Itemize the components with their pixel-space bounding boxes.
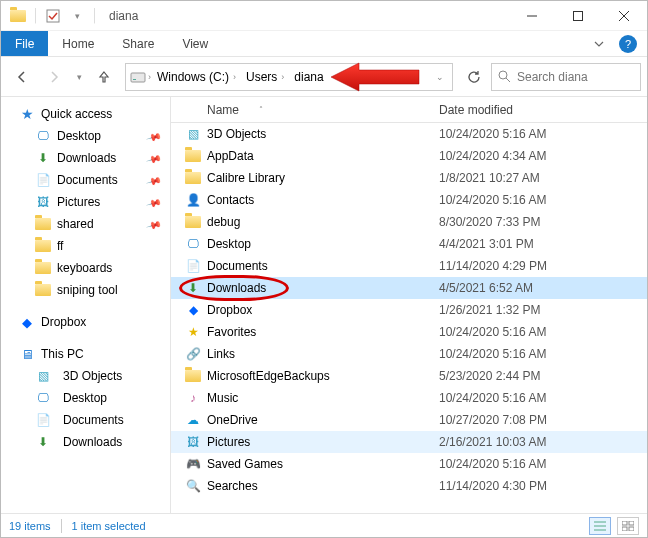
large-icons-view-button[interactable]: [617, 517, 639, 535]
documents-icon: 📄: [185, 258, 201, 274]
searches-icon: 🔍: [185, 478, 201, 494]
file-row[interactable]: ▧3D Objects10/24/2020 5:16 AM: [171, 123, 647, 145]
column-name[interactable]: Name˄: [171, 103, 431, 117]
refresh-button[interactable]: [459, 63, 489, 91]
file-row[interactable]: Calibre Library1/8/2021 10:27 AM: [171, 167, 647, 189]
qat-properties[interactable]: [42, 5, 64, 27]
tab-share[interactable]: Share: [108, 31, 168, 56]
ribbon-expand[interactable]: [583, 31, 615, 56]
file-name: 3D Objects: [207, 127, 266, 141]
svg-rect-2: [574, 11, 583, 20]
sidebar-item[interactable]: shared📌: [1, 213, 170, 235]
file-date: 1/26/2021 1:32 PM: [431, 303, 647, 317]
column-headers: Name˄ Date modified: [171, 97, 647, 123]
file-row[interactable]: ♪Music10/24/2020 5:16 AM: [171, 387, 647, 409]
desktop-icon: 🖵: [185, 236, 201, 252]
file-row[interactable]: ★Favorites10/24/2020 5:16 AM: [171, 321, 647, 343]
file-row[interactable]: ◆Dropbox1/26/2021 1:32 PM: [171, 299, 647, 321]
file-row[interactable]: 🔍Searches11/14/2020 4:30 PM: [171, 475, 647, 497]
pin-icon: 📌: [146, 216, 162, 232]
folder-icon: [185, 172, 201, 184]
file-date: 8/30/2020 7:33 PM: [431, 215, 647, 229]
breadcrumb-segment[interactable]: Users›: [242, 70, 288, 84]
tab-view[interactable]: View: [168, 31, 222, 56]
folder-icon: [35, 240, 51, 252]
pc-icon: 🖥: [19, 346, 35, 362]
quick-access[interactable]: ★ Quick access: [1, 103, 170, 125]
file-date: 5/23/2020 2:44 PM: [431, 369, 647, 383]
file-name: Contacts: [207, 193, 254, 207]
pictures-icon: 🖼: [185, 434, 201, 450]
folder-icon: [185, 216, 201, 228]
file-name: Documents: [207, 259, 268, 273]
file-row[interactable]: 🔗Links10/24/2020 5:16 AM: [171, 343, 647, 365]
pin-icon: 📌: [146, 150, 162, 166]
file-list[interactable]: ▧3D Objects10/24/2020 5:16 AMAppData10/2…: [171, 123, 647, 513]
file-tab[interactable]: File: [1, 31, 48, 56]
back-button[interactable]: [7, 63, 37, 91]
help-button[interactable]: ?: [619, 35, 637, 53]
file-row[interactable]: 🎮Saved Games10/24/2020 5:16 AM: [171, 453, 647, 475]
file-date: 10/24/2020 5:16 AM: [431, 325, 647, 339]
file-row[interactable]: MicrosoftEdgeBackups5/23/2020 2:44 PM: [171, 365, 647, 387]
downloads-icon: ⬇: [35, 434, 51, 450]
svg-rect-15: [622, 527, 627, 531]
file-date: 11/14/2020 4:29 PM: [431, 259, 647, 273]
search-placeholder: Search diana: [517, 70, 588, 84]
close-button[interactable]: [601, 1, 647, 31]
up-button[interactable]: [89, 63, 119, 91]
breadcrumb-segment[interactable]: diana: [290, 70, 327, 84]
tab-home[interactable]: Home: [48, 31, 108, 56]
sidebar-item[interactable]: 🖵Desktop📌: [1, 125, 170, 147]
address-bar[interactable]: › Windows (C:)› Users› diana ⌄: [125, 63, 453, 91]
pin-icon: 📌: [146, 128, 162, 144]
file-row[interactable]: 👤Contacts10/24/2020 5:16 AM: [171, 189, 647, 211]
sidebar-item[interactable]: 📄Documents: [1, 409, 170, 431]
sidebar-item-label: ff: [57, 239, 63, 253]
sidebar-item[interactable]: keyboards: [1, 257, 170, 279]
sidebar-item-label: keyboards: [57, 261, 112, 275]
chevron-right-icon[interactable]: ›: [148, 72, 151, 82]
details-view-button[interactable]: [589, 517, 611, 535]
file-row[interactable]: 📄Documents11/14/2020 4:29 PM: [171, 255, 647, 277]
dropbox[interactable]: ◆ Dropbox: [1, 311, 170, 333]
file-row[interactable]: 🖵Desktop4/4/2021 3:01 PM: [171, 233, 647, 255]
this-pc[interactable]: 🖥 This PC: [1, 343, 170, 365]
sidebar-item[interactable]: ▧3D Objects: [1, 365, 170, 387]
maximize-button[interactable]: [555, 1, 601, 31]
breadcrumb-segment[interactable]: Windows (C:)›: [153, 70, 240, 84]
sidebar-item[interactable]: ff: [1, 235, 170, 257]
sidebar-item[interactable]: 📄Documents📌: [1, 169, 170, 191]
sidebar-item[interactable]: 🖵Desktop: [1, 387, 170, 409]
sidebar-item[interactable]: sniping tool: [1, 279, 170, 301]
3d-objects-icon: ▧: [185, 126, 201, 142]
qat-dropdown[interactable]: ▾: [66, 5, 88, 27]
recent-locations[interactable]: ▾: [71, 63, 87, 91]
file-row[interactable]: debug8/30/2020 7:33 PM: [171, 211, 647, 233]
sidebar-item-label: Documents: [63, 413, 124, 427]
column-date[interactable]: Date modified: [431, 103, 647, 117]
onedrive-icon: ☁: [185, 412, 201, 428]
file-date: 10/24/2020 5:16 AM: [431, 347, 647, 361]
forward-button[interactable]: [39, 63, 69, 91]
links-icon: 🔗: [185, 346, 201, 362]
address-dropdown[interactable]: ⌄: [432, 72, 448, 82]
file-row[interactable]: ☁OneDrive10/27/2020 7:08 PM: [171, 409, 647, 431]
sidebar-item[interactable]: ⬇Downloads📌: [1, 147, 170, 169]
games-icon: 🎮: [185, 456, 201, 472]
file-row[interactable]: ⬇Downloads4/5/2021 6:52 AM: [171, 277, 647, 299]
sidebar-item[interactable]: 🖼Pictures📌: [1, 191, 170, 213]
file-row[interactable]: 🖼Pictures2/16/2021 10:03 AM: [171, 431, 647, 453]
pictures-icon: 🖼: [35, 194, 51, 210]
folder-icon: [185, 370, 201, 382]
search-icon: [498, 70, 511, 83]
minimize-button[interactable]: [509, 1, 555, 31]
search-box[interactable]: Search diana: [491, 63, 641, 91]
dropbox-icon: ◆: [185, 302, 201, 318]
file-name: AppData: [207, 149, 254, 163]
file-row[interactable]: AppData10/24/2020 4:34 AM: [171, 145, 647, 167]
sidebar-item[interactable]: ⬇Downloads: [1, 431, 170, 453]
file-date: 11/14/2020 4:30 PM: [431, 479, 647, 493]
file-name: Music: [207, 391, 238, 405]
navigation-pane[interactable]: ★ Quick access 🖵Desktop📌⬇Downloads📌📄Docu…: [1, 97, 171, 513]
